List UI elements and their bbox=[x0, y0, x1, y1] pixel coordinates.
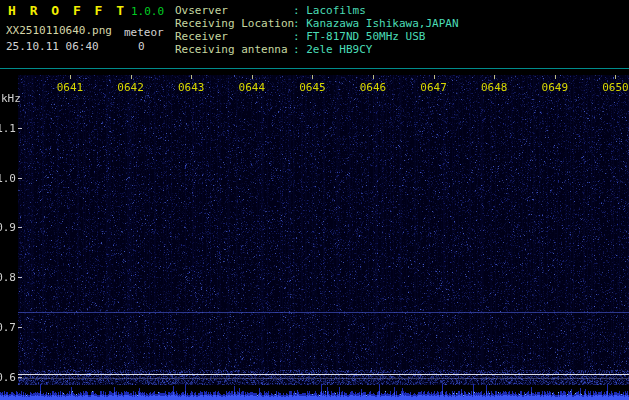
station-info-value: : 2ele HB9CY bbox=[293, 43, 372, 56]
station-info-label: Receiving Location bbox=[175, 17, 293, 30]
station-info: Ovserver: LacofilmsReceiving Location: K… bbox=[175, 4, 459, 56]
spectrogram-canvas bbox=[18, 75, 629, 385]
time-tick-label: 0647 bbox=[420, 81, 447, 94]
station-info-value: : Kanazawa Ishikawa,JAPAN bbox=[293, 17, 459, 30]
station-info-row: Receiving antenna: 2ele HB9CY bbox=[175, 43, 459, 56]
time-tick-label: 0650 bbox=[602, 81, 629, 94]
noise-level-strip-canvas bbox=[0, 383, 629, 400]
time-tick-label: 0643 bbox=[178, 81, 205, 94]
hrofft-screen: H R O F F T 1.0.0 XX2510110640.png meteo… bbox=[0, 0, 629, 400]
time-tick-label: 0642 bbox=[117, 81, 144, 94]
station-info-row: Receiving Location: Kanazawa Ishikawa,JA… bbox=[175, 17, 459, 30]
time-tick-label: 0645 bbox=[299, 81, 326, 94]
station-info-value: : FT-817ND 50MHz USB bbox=[293, 30, 425, 43]
spectrogram-plot: 0641064206430644064506460647064806490650 bbox=[0, 75, 629, 385]
frequency-axis: kHz 1.11.00.90.80.70.6 bbox=[0, 0, 17, 400]
station-info-row: Ovserver: Lacofilms bbox=[175, 4, 459, 17]
app-title: H R O F F T bbox=[8, 3, 127, 18]
freq-tick-label: 0.9 bbox=[0, 221, 16, 234]
station-info-label: Receiver bbox=[175, 30, 293, 43]
time-tick-label: 0649 bbox=[542, 81, 569, 94]
time-tick-label: 0641 bbox=[57, 81, 84, 94]
header-separator bbox=[0, 68, 629, 69]
station-info-row: Receiver: FT-817ND 50MHz USB bbox=[175, 30, 459, 43]
station-info-label: Receiving antenna bbox=[175, 43, 293, 56]
station-info-value: : Lacofilms bbox=[293, 4, 366, 17]
frequency-axis-unit: kHz bbox=[1, 92, 21, 105]
app-version: 1.0.0 bbox=[131, 5, 164, 18]
output-filename: XX2510110640.png bbox=[6, 24, 112, 37]
time-tick-label: 0648 bbox=[481, 81, 508, 94]
freq-tick-label: 1.0 bbox=[0, 172, 16, 185]
timestamp: 25.10.11 06:40 bbox=[6, 40, 99, 53]
meteor-count: 0 bbox=[138, 40, 145, 53]
mode-label: meteor bbox=[124, 26, 164, 39]
freq-tick-label: 1.1 bbox=[0, 122, 16, 135]
freq-tick-label: 0.8 bbox=[0, 271, 16, 284]
time-tick-label: 0646 bbox=[360, 81, 387, 94]
freq-tick-label: 0.7 bbox=[0, 321, 16, 334]
station-info-label: Ovserver bbox=[175, 4, 293, 17]
time-tick-label: 0644 bbox=[239, 81, 266, 94]
